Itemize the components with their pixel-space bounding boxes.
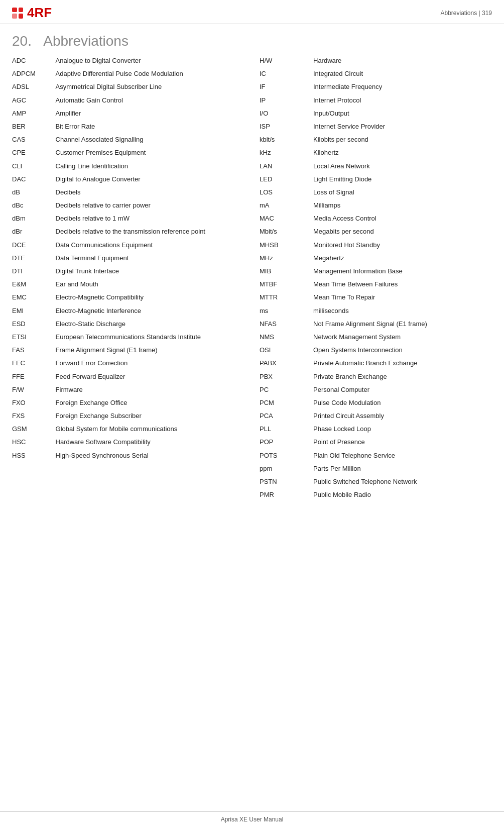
abbreviation: IP bbox=[260, 94, 313, 107]
definition: Electro-Magnetic Interference bbox=[56, 304, 244, 318]
table-row: ESDElectro-Static Discharge bbox=[12, 318, 244, 331]
table-row: I/OInput/Output bbox=[260, 107, 492, 120]
table-row: ETSIEuropean Telecommunications Standard… bbox=[12, 331, 244, 344]
table-row: PBXPrivate Branch Exchange bbox=[260, 370, 492, 383]
abbreviation: MTTR bbox=[260, 291, 313, 304]
table-row: MTTRMean Time To Repair bbox=[260, 291, 492, 304]
definition: Mean Time To Repair bbox=[313, 291, 492, 304]
definition: Digital to Analogue Converter bbox=[56, 173, 244, 186]
logo-sq-bl bbox=[12, 14, 17, 19]
abbreviation: H/W bbox=[260, 54, 313, 67]
definition: Personal Computer bbox=[313, 383, 492, 396]
table-row: LEDLight Emitting Diode bbox=[260, 173, 492, 186]
definition: Not Frame Alignment Signal (E1 frame) bbox=[313, 318, 492, 331]
table-row: ADSLAsymmetrical Digital Subscriber Line bbox=[12, 80, 244, 93]
table-row: FECForward Error Correction bbox=[12, 357, 244, 370]
abbreviation: ISP bbox=[260, 120, 313, 133]
abbreviation: Mbit/s bbox=[260, 225, 313, 238]
footer-text: Aprisa XE User Manual bbox=[221, 816, 284, 823]
abbreviation: mA bbox=[260, 199, 313, 212]
definition: Light Emitting Diode bbox=[313, 173, 492, 186]
definition: Electro-Magnetic Compatibility bbox=[56, 291, 244, 304]
right-abbr-table: H/WHardwareICIntegrated CircuitIFInterme… bbox=[260, 54, 492, 501]
table-row: mAMilliamps bbox=[260, 199, 492, 212]
abbreviation: DCE bbox=[12, 239, 56, 252]
abbreviation: dBm bbox=[12, 212, 56, 225]
abbreviation: AMP bbox=[12, 107, 56, 120]
page-footer: Aprisa XE User Manual bbox=[0, 811, 504, 823]
table-row: msmilliseconds bbox=[260, 304, 492, 318]
abbreviation: dB bbox=[12, 186, 56, 199]
table-row: FFEFeed Forward Equalizer bbox=[12, 370, 244, 383]
abbreviation: IF bbox=[260, 80, 313, 93]
abbreviation: F/W bbox=[12, 383, 56, 396]
left-abbr-table: ADCAnalogue to Digital ConverterADPCMAda… bbox=[12, 54, 244, 462]
abbreviation: E&M bbox=[12, 278, 56, 291]
definition: Decibels relative to the transmission re… bbox=[56, 225, 244, 238]
definition: Decibels relative to carrier power bbox=[56, 199, 244, 212]
definition: Open Systems Interconnection bbox=[313, 344, 492, 357]
abbreviation: BER bbox=[12, 120, 56, 133]
definition: Printed Circuit Assembly bbox=[313, 409, 492, 423]
abbreviation: FFE bbox=[12, 370, 56, 383]
table-row: FXSForeign Exchange Subscriber bbox=[12, 409, 244, 423]
definition: Public Mobile Radio bbox=[313, 488, 492, 501]
definition: Local Area Network bbox=[313, 160, 492, 173]
definition: Media Access Control bbox=[313, 212, 492, 225]
definition: Point of Presence bbox=[313, 436, 492, 449]
table-row: GSMGlobal System for Mobile communicatio… bbox=[12, 423, 244, 436]
definition: Management Information Base bbox=[313, 265, 492, 278]
definition: milliseconds bbox=[313, 304, 492, 318]
abbreviation: OSI bbox=[260, 344, 313, 357]
table-row: dBcDecibels relative to carrier power bbox=[12, 199, 244, 212]
abbreviation: EMI bbox=[12, 304, 56, 318]
table-row: DTIDigital Trunk Interface bbox=[12, 265, 244, 278]
abbreviation: DAC bbox=[12, 173, 56, 186]
definition: Monitored Hot Standby bbox=[313, 239, 492, 252]
abbreviation: GSM bbox=[12, 423, 56, 436]
abbreviation: EMC bbox=[12, 291, 56, 304]
abbreviation: MHSB bbox=[260, 239, 313, 252]
table-row: dBmDecibels relative to 1 mW bbox=[12, 212, 244, 225]
definition: Kilobits per second bbox=[313, 133, 492, 146]
abbreviation: kbit/s bbox=[260, 133, 313, 146]
table-row: MHSBMonitored Hot Standby bbox=[260, 239, 492, 252]
abbreviation: FAS bbox=[12, 344, 56, 357]
table-row: OSIOpen Systems Interconnection bbox=[260, 344, 492, 357]
definition: Frame Alignment Signal (E1 frame) bbox=[56, 344, 244, 357]
table-row: ADPCMAdaptive Differential Pulse Code Mo… bbox=[12, 67, 244, 80]
logo-text: 4RF bbox=[27, 5, 52, 21]
table-row: POPPoint of Presence bbox=[260, 436, 492, 449]
content-area: ADCAnalogue to Digital ConverterADPCMAda… bbox=[0, 54, 504, 501]
table-row: IFIntermediate Frequency bbox=[260, 80, 492, 93]
abbreviation: NFAS bbox=[260, 318, 313, 331]
definition: Decibels relative to 1 mW bbox=[56, 212, 244, 225]
abbreviation: AGC bbox=[12, 94, 56, 107]
definition: Hardware Software Compatibility bbox=[56, 436, 244, 449]
definition: European Telecommunications Standards In… bbox=[56, 331, 244, 344]
table-row: DCEData Communications Equipment bbox=[12, 239, 244, 252]
definition: Channel Associated Signalling bbox=[56, 133, 244, 146]
abbreviation: PCA bbox=[260, 409, 313, 423]
table-row: ICIntegrated Circuit bbox=[260, 67, 492, 80]
table-row: HSCHardware Software Compatibility bbox=[12, 436, 244, 449]
abbreviation: LED bbox=[260, 173, 313, 186]
abbreviation: POP bbox=[260, 436, 313, 449]
definition: Milliamps bbox=[313, 199, 492, 212]
abbreviation: CLI bbox=[12, 160, 56, 173]
definition: Private Branch Exchange bbox=[313, 370, 492, 383]
definition: Adaptive Differential Pulse Code Modulat… bbox=[56, 67, 244, 80]
abbreviation: PMR bbox=[260, 488, 313, 501]
definition: Phase Locked Loop bbox=[313, 423, 492, 436]
table-row: EMCElectro-Magnetic Compatibility bbox=[12, 291, 244, 304]
abbreviation: PC bbox=[260, 383, 313, 396]
definition: Foreign Exchange Office bbox=[56, 396, 244, 409]
definition: Data Communications Equipment bbox=[56, 239, 244, 252]
definition: Automatic Gain Control bbox=[56, 94, 244, 107]
abbreviation: dBc bbox=[12, 199, 56, 212]
abbreviation: I/O bbox=[260, 107, 313, 120]
table-row: PMRPublic Mobile Radio bbox=[260, 488, 492, 501]
table-row: PCMPulse Code Modulation bbox=[260, 396, 492, 409]
table-row: PCPersonal Computer bbox=[260, 383, 492, 396]
table-row: PCAPrinted Circuit Assembly bbox=[260, 409, 492, 423]
